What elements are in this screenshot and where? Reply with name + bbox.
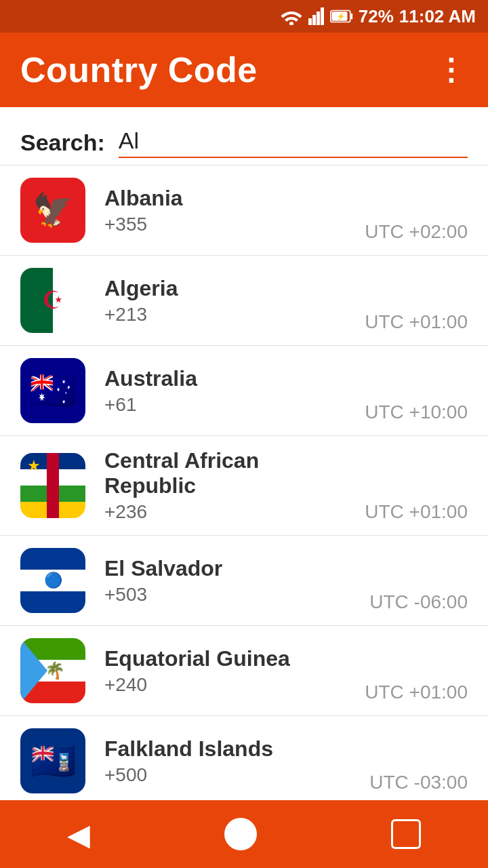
battery-icon: ⚡ [330, 7, 353, 26]
country-info: Australia +61 [104, 366, 346, 416]
country-name: Australia [104, 366, 346, 391]
flag-equatorialguinea: 🌴 [20, 638, 85, 703]
list-item[interactable]: 🇫🇰 Falkland Islands +500 UTC -03:00 [0, 716, 488, 806]
utc-offset: UTC -03:00 [369, 772, 468, 793]
list-item[interactable]: Albania +355 UTC +02:00 [0, 165, 488, 256]
country-info: Equatorial Guinea +240 [104, 646, 346, 696]
flag-elsalvador: 🔵 [20, 548, 85, 613]
svg-rect-3 [317, 12, 320, 25]
country-info: Albania +355 [104, 186, 346, 235]
country-name: El Salvador [104, 556, 350, 581]
country-dial-code: +355 [104, 214, 346, 235]
svg-rect-1 [308, 18, 312, 25]
svg-point-0 [289, 22, 293, 25]
list-item[interactable]: 🌴 Equatorial Guinea +240 UTC +01:00 [0, 626, 488, 716]
flag-falkland: 🇫🇰 [20, 728, 85, 793]
svg-rect-4 [321, 7, 324, 25]
wifi-icon [280, 7, 303, 25]
country-dial-code: +503 [104, 584, 350, 606]
recents-icon [391, 819, 421, 849]
search-bar: Search: [0, 107, 488, 165]
utc-offset: UTC -06:00 [369, 591, 468, 613]
search-input-wrapper[interactable] [119, 127, 468, 158]
svg-text:⚡: ⚡ [336, 12, 345, 21]
country-dial-code: +500 [104, 764, 350, 786]
app-bar: Country Code ⋮ [0, 33, 488, 107]
home-button[interactable] [211, 811, 270, 857]
recents-button[interactable] [378, 812, 434, 856]
list-item[interactable]: 🔵 El Salvador +503 UTC -06:00 [0, 536, 488, 626]
flag-car: ★ [20, 453, 85, 518]
bottom-nav-bar: ◀ [0, 800, 488, 868]
home-icon [224, 818, 257, 850]
flag-australia: ✦ 🇦🇺 [20, 358, 85, 423]
country-name: Falkland Islands [104, 736, 350, 762]
battery-percent: 72% [359, 6, 394, 27]
utc-offset: UTC +10:00 [365, 401, 468, 423]
signal-icon [308, 7, 325, 25]
flag-albania [20, 178, 85, 243]
utc-offset: UTC +02:00 [365, 221, 468, 243]
country-dial-code: +61 [104, 394, 346, 416]
country-info: Central African Republic +236 [104, 448, 346, 523]
utc-offset: UTC +01:00 [365, 311, 468, 333]
country-info: Algeria +213 [104, 276, 346, 326]
search-label: Search: [20, 130, 105, 156]
svg-rect-2 [312, 15, 316, 25]
app-title: Country Code [20, 50, 258, 90]
list-item[interactable]: Algeria +213 UTC +01:00 [0, 256, 488, 346]
utc-offset: UTC +01:00 [365, 682, 468, 703]
list-item[interactable]: ✦ 🇦🇺 Australia +61 UTC +10:00 [0, 346, 488, 436]
status-bar: ⚡ 72% 11:02 AM [0, 0, 488, 33]
more-options-icon[interactable]: ⋮ [436, 55, 468, 85]
status-icons: ⚡ 72% 11:02 AM [280, 6, 476, 27]
time: 11:02 AM [399, 6, 476, 27]
back-button[interactable]: ◀ [54, 810, 104, 859]
country-dial-code: +240 [104, 674, 346, 696]
country-name: Central African Republic [104, 448, 346, 498]
utc-offset: UTC +01:00 [365, 501, 468, 523]
country-name: Equatorial Guinea [104, 646, 346, 671]
country-list: Albania +355 UTC +02:00 Algeria +213 UTC… [0, 165, 488, 867]
list-item[interactable]: ★ Central African Republic +236 UTC +01:… [0, 436, 488, 536]
svg-rect-6 [350, 14, 352, 20]
country-name: Albania [104, 186, 346, 211]
back-icon: ◀ [67, 817, 90, 852]
country-info: Falkland Islands +500 [104, 736, 350, 786]
country-dial-code: +236 [104, 501, 346, 523]
flag-algeria [20, 268, 85, 333]
country-info: El Salvador +503 [104, 556, 350, 606]
country-name: Algeria [104, 276, 346, 301]
country-dial-code: +213 [104, 304, 346, 326]
search-input[interactable] [119, 127, 468, 154]
